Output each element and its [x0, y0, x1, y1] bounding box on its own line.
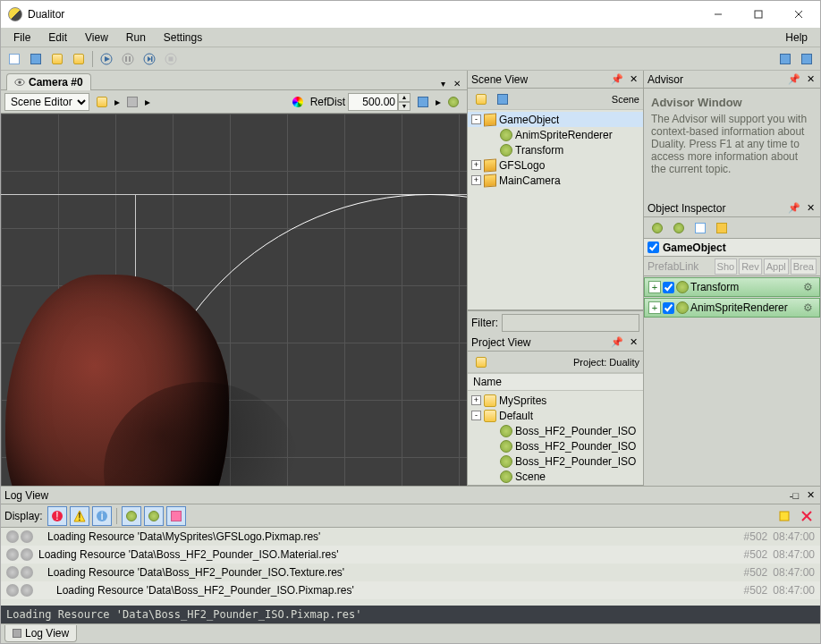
pin-icon[interactable]: -□ — [788, 489, 800, 502]
close-button[interactable] — [778, 2, 818, 27]
log-clear-icon[interactable] — [797, 506, 817, 526]
inspector-toolbar — [644, 217, 820, 239]
log-row[interactable]: Loading Resource 'Data\MySprites\GFSLogo… — [1, 528, 820, 546]
log-row[interactable]: Loading Resource 'Data\Boss_HF2_Pounder_… — [1, 546, 820, 564]
project-tree[interactable]: +MySprites-DefaultBoss_HF2_Pounder_ISOBo… — [468, 391, 643, 486]
camera-tab[interactable]: Camera #0 — [6, 73, 91, 90]
new-icon[interactable] — [4, 49, 24, 69]
expand-icon[interactable]: + — [648, 281, 661, 293]
play-icon[interactable] — [97, 49, 116, 69]
tab-dropdown-icon[interactable]: ▾ — [436, 77, 449, 89]
close-icon[interactable]: ✕ — [804, 73, 817, 86]
log-editor-icon[interactable] — [144, 506, 164, 526]
tree-row[interactable]: -Default — [468, 408, 643, 423]
pause-icon[interactable] — [118, 49, 138, 69]
component-enabled-checkbox[interactable] — [663, 282, 674, 293]
close-icon[interactable]: ✕ — [804, 489, 817, 502]
tree-row[interactable]: -GameObject — [468, 112, 643, 127]
pin-icon[interactable]: 📌 — [788, 73, 800, 86]
pin-icon[interactable]: 📌 — [611, 336, 623, 349]
expand-icon[interactable]: + — [648, 301, 661, 314]
log-list[interactable]: Loading Resource 'Data\MySprites\GFSLogo… — [1, 528, 820, 606]
log-game-icon[interactable] — [166, 506, 186, 526]
tree-row[interactable]: Scene — [468, 469, 643, 484]
publish-icon[interactable] — [797, 49, 817, 69]
folder-icon[interactable] — [92, 92, 112, 112]
prefab-revert-button[interactable]: Rev — [739, 258, 762, 275]
project-columns[interactable]: Name — [468, 373, 643, 391]
log-row[interactable]: Loading Resource 'Data\Boss_HF2_Pounder_… — [1, 581, 820, 599]
log-warning-icon[interactable]: ! — [70, 506, 89, 526]
tree-row[interactable]: +MainCamera — [468, 173, 643, 188]
export-icon[interactable] — [775, 49, 795, 69]
new-scene-icon[interactable] — [471, 89, 491, 109]
menu-edit[interactable]: Edit — [39, 30, 76, 46]
dropdown-icon[interactable]: ▸ — [145, 96, 150, 108]
copy-icon[interactable] — [690, 218, 710, 238]
filter-input[interactable] — [502, 314, 639, 332]
dropdown-icon[interactable]: ▸ — [114, 96, 120, 108]
prefab-show-button[interactable]: Sho — [715, 258, 738, 275]
scene-tree[interactable]: -GameObjectAnimSpriteRendererTransform+G… — [468, 110, 643, 310]
layers-icon[interactable] — [413, 92, 433, 112]
folder-icon[interactable] — [471, 352, 491, 372]
project-view-header: Project View 📌 ✕ — [468, 334, 643, 352]
menu-run[interactable]: Run — [117, 30, 155, 46]
gear-icon[interactable] — [669, 218, 689, 238]
save-icon[interactable] — [26, 49, 46, 69]
refresh-icon[interactable] — [647, 218, 667, 238]
menu-view[interactable]: View — [76, 30, 117, 46]
prefab-apply-button[interactable]: Appl — [764, 258, 789, 275]
log-info-icon[interactable]: i — [92, 506, 112, 526]
tree-row[interactable]: +GFSLogo — [468, 157, 643, 173]
stop-icon[interactable] — [161, 49, 181, 69]
refdist-spinbox[interactable]: ▲▼ — [348, 93, 410, 111]
object-enabled-checkbox[interactable] — [647, 242, 659, 253]
close-icon[interactable]: ✕ — [627, 73, 639, 86]
menu-file[interactable]: File — [4, 30, 39, 46]
log-row[interactable]: Loading Resource 'Data\Boss_HF2_Pounder_… — [1, 564, 820, 581]
lock-icon[interactable] — [712, 218, 732, 238]
spin-down-icon[interactable]: ▼ — [398, 102, 410, 111]
minimize-button[interactable] — [698, 2, 738, 27]
log-core-icon[interactable] — [122, 506, 141, 526]
tree-row[interactable]: +MySprites — [468, 393, 643, 408]
component-label: Transform — [690, 281, 739, 293]
import-icon[interactable] — [69, 49, 89, 69]
pin-icon[interactable]: 📌 — [611, 73, 623, 86]
save-scene-icon[interactable] — [493, 89, 512, 109]
tree-row[interactable]: Boss_HF2_Pounder_ISO — [468, 453, 643, 469]
refdist-input[interactable] — [348, 93, 398, 111]
component-enabled-checkbox[interactable] — [663, 302, 674, 314]
close-icon[interactable]: ✕ — [627, 336, 639, 349]
gear-icon[interactable] — [444, 92, 463, 112]
prefab-break-button[interactable]: Brea — [791, 258, 817, 275]
pin-icon[interactable]: 📌 — [788, 202, 800, 215]
tree-row[interactable]: Transform — [468, 142, 643, 157]
open-icon[interactable] — [47, 49, 67, 69]
tab-close-icon[interactable]: ✕ — [451, 77, 463, 89]
component-row[interactable]: +AnimSpriteRenderer⚙ — [644, 298, 820, 318]
close-icon[interactable]: ✕ — [804, 202, 817, 215]
cube-icon[interactable] — [123, 92, 142, 112]
tree-row[interactable]: AnimSpriteRenderer — [468, 127, 643, 142]
color-icon[interactable] — [288, 92, 308, 112]
step-icon[interactable] — [140, 49, 159, 69]
menu-help[interactable]: Help — [776, 30, 817, 46]
maximize-button[interactable] — [738, 2, 778, 27]
editor-mode-select[interactable]: Scene Editor — [4, 93, 89, 111]
log-error-icon[interactable]: ! — [47, 506, 67, 526]
gear-icon[interactable]: ⚙ — [803, 301, 816, 314]
tree-row[interactable]: Boss_HF2_Pounder_ISO — [468, 438, 643, 453]
svg-point-6 — [123, 54, 133, 64]
gear-icon[interactable]: ⚙ — [803, 281, 816, 293]
tree-row[interactable]: Boss_HF2_Pounder_ISO — [468, 423, 643, 438]
menu-settings[interactable]: Settings — [155, 30, 211, 46]
dropdown-icon[interactable]: ▸ — [436, 96, 441, 108]
log-pause-icon[interactable] — [774, 506, 794, 526]
spin-up-icon[interactable]: ▲ — [398, 93, 410, 102]
filter-label: Filter: — [471, 317, 498, 329]
component-row[interactable]: +Transform⚙ — [644, 277, 820, 297]
viewport[interactable] — [1, 114, 467, 486]
log-footer-tab[interactable]: Log View — [4, 625, 77, 642]
